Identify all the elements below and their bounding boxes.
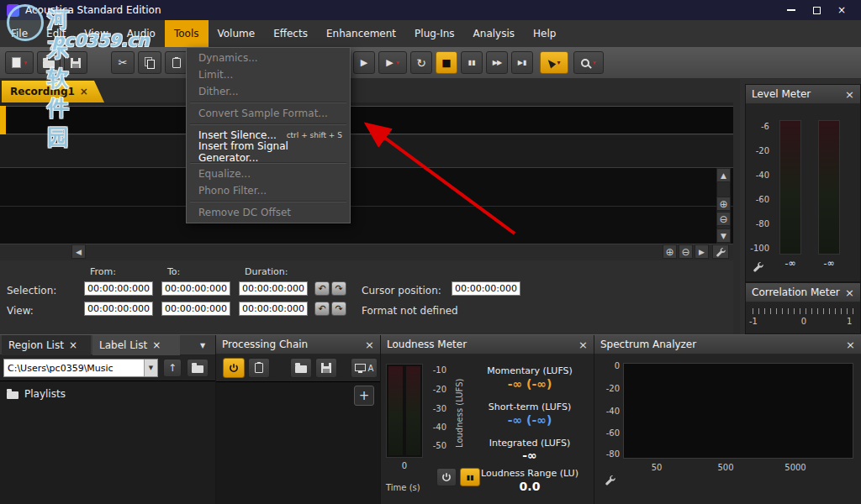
menu-item-phono-filter: Phono Filter... <box>187 182 350 199</box>
selection-undo-button[interactable]: ↶ <box>314 281 330 296</box>
level-value-right: -∞ <box>818 258 840 269</box>
selection-duration-field[interactable]: 00:00:00:000 <box>239 281 308 296</box>
tab-close-icon[interactable]: × <box>69 339 77 351</box>
menu-plugins[interactable]: Plug-Ins <box>405 20 464 47</box>
loudness-power-button[interactable] <box>436 468 457 486</box>
selection-to-field[interactable]: 00:00:00:000 <box>161 281 230 296</box>
view-duration-field[interactable]: 00:00:00:000 <box>239 302 308 316</box>
combo-caret-button[interactable]: ▼ <box>144 360 157 376</box>
magnifier-icon <box>581 59 589 67</box>
copy-button[interactable] <box>138 51 161 74</box>
paste-button[interactable] <box>165 51 188 74</box>
scroll-left-button[interactable]: ◀ <box>71 244 86 259</box>
panel-close-icon[interactable]: × <box>578 339 588 350</box>
panel-close-icon[interactable]: × <box>365 339 374 350</box>
cut-button[interactable]: ✂ <box>111 51 135 74</box>
path-combobox[interactable]: C:\Users\pc0359\Music ▼ <box>3 359 158 377</box>
panel-close-icon[interactable]: × <box>845 287 854 298</box>
redo-icon: ↷ <box>335 303 342 314</box>
stop-button[interactable]: ■ <box>436 51 457 74</box>
y-axis-tick: -80 <box>598 449 620 459</box>
menu-enhancement[interactable]: Enhancement <box>317 20 405 47</box>
pause-button[interactable]: ▮▮ <box>461 51 483 74</box>
main-toolbar: ▾ ✂ ▶ ▶ ▾ ↻ ■ ▮▮ ▶▶ ▶▮ ▾ ▾ <box>0 47 861 79</box>
chain-save-button[interactable] <box>315 358 337 378</box>
scissors-icon: ✂ <box>119 57 128 68</box>
loop-playback-button[interactable]: ↻ <box>410 51 432 74</box>
fast-forward-button[interactable]: ▶▶ <box>486 51 508 74</box>
tab-recording1[interactable]: Recording1 × <box>2 81 104 102</box>
play-button[interactable]: ▶ <box>353 51 375 74</box>
menu-analysis[interactable]: Analysis <box>464 20 524 47</box>
minimize-button[interactable] <box>779 1 804 19</box>
wrench-icon <box>716 247 726 257</box>
tab-close-icon[interactable]: × <box>152 339 161 351</box>
edit-tool-button[interactable]: ▾ <box>540 51 568 74</box>
vertical-zoom-out-button[interactable]: ⊖ <box>716 212 731 226</box>
view-to-field[interactable]: 00:00:00:000 <box>161 302 230 316</box>
waveform-settings-button[interactable] <box>712 244 729 259</box>
browse-folder-button[interactable] <box>187 359 209 377</box>
zoom-out-icon: ⊖ <box>681 246 689 258</box>
menu-edit[interactable]: Edit <box>37 20 75 47</box>
tab-label: Recording1 <box>10 86 75 97</box>
horizontal-zoom-out-button[interactable]: ⊖ <box>679 244 693 259</box>
menu-item-label: Dither... <box>198 86 239 97</box>
waveform-canvas[interactable] <box>0 168 733 244</box>
menu-view[interactable]: View <box>75 20 117 47</box>
menu-tools[interactable]: Tools <box>165 20 209 47</box>
chain-open-button[interactable] <box>290 358 312 378</box>
level-meter-settings-button[interactable] <box>753 261 763 275</box>
save-file-button[interactable] <box>64 51 87 74</box>
horizontal-zoom-in-button[interactable]: ⊕ <box>663 244 677 259</box>
maximize-button[interactable] <box>804 1 829 19</box>
tabs-dropdown-button[interactable]: ▼ <box>195 339 210 352</box>
spectrum-settings-button[interactable] <box>605 475 615 488</box>
panel-close-icon[interactable]: × <box>846 339 855 350</box>
scale-tick: -50 <box>425 441 446 450</box>
add-effect-button[interactable]: + <box>354 386 374 406</box>
menu-audio[interactable]: Audio <box>118 20 165 47</box>
chain-preview-button[interactable]: A <box>351 358 378 378</box>
selection-from-field[interactable]: 00:00:00:000 <box>84 281 153 296</box>
play-options-button[interactable]: ▶ ▾ <box>378 51 407 74</box>
tab-close-icon[interactable]: × <box>80 86 88 97</box>
menu-item-remove-dc-offset: Remove DC Offset <box>187 204 350 221</box>
open-file-button[interactable] <box>37 51 61 74</box>
scroll-down-button[interactable]: ▼ <box>716 228 731 243</box>
panel-close-icon[interactable]: × <box>845 89 854 100</box>
view-redo-button[interactable]: ↷ <box>331 302 346 316</box>
scroll-right-button[interactable]: ▶ <box>695 244 709 259</box>
new-file-button[interactable]: ▾ <box>5 51 34 74</box>
list-item-playlists[interactable]: Playlists <box>7 388 66 400</box>
chain-paste-button[interactable] <box>248 358 270 378</box>
time-zero-tick: 0 <box>386 461 423 470</box>
tab-label-list[interactable]: Label List × <box>92 335 180 355</box>
horizontal-scrollbar[interactable] <box>0 244 733 260</box>
x-axis-tick: 50 <box>648 463 665 472</box>
tab-region-list[interactable]: Region List × <box>2 335 91 355</box>
view-undo-button[interactable]: ↶ <box>314 302 330 316</box>
new-document-icon <box>12 57 21 68</box>
waveform-left-accent-bar <box>0 106 6 134</box>
scroll-up-button[interactable]: ▲ <box>716 168 731 182</box>
go-to-end-button[interactable]: ▶▮ <box>511 51 533 74</box>
panel-title: Level Meter <box>752 88 811 100</box>
menu-volume[interactable]: Volume <box>209 20 265 47</box>
menu-help[interactable]: Help <box>524 20 565 47</box>
region-list-content: Playlists <box>0 381 215 504</box>
chain-power-button[interactable] <box>223 358 245 378</box>
menu-file[interactable]: File <box>2 20 37 47</box>
loudness-meter-panel: Loudness Meter × -10 -20 -30 -40 -50 Lou… <box>380 335 594 504</box>
selection-redo-button[interactable]: ↷ <box>331 281 346 296</box>
cursor-position-field[interactable]: 00:00:00:000 <box>452 281 520 296</box>
zoom-tool-button[interactable]: ▾ <box>573 51 604 74</box>
menu-effects[interactable]: Effects <box>264 20 317 47</box>
vertical-zoom-in-button[interactable]: ⊕ <box>716 197 731 211</box>
waveform-editor[interactable]: ▲ ⊕ ⊖ ▼ ◀ ⊕ ⊖ ▶ <box>0 102 733 260</box>
view-from-field[interactable]: 00:00:00:000 <box>84 302 153 316</box>
close-button[interactable]: × <box>829 1 854 19</box>
folder-up-button[interactable]: ↑ <box>163 359 182 377</box>
menu-item-insert-from-signal-generator[interactable]: Insert from Signal Generator... <box>187 144 350 160</box>
loudness-pause-button[interactable]: ▮▮ <box>460 468 480 486</box>
